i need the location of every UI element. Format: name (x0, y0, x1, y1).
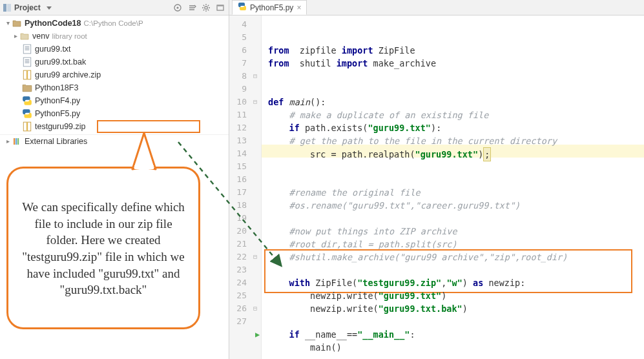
chevron-right-icon[interactable]: ▸ (12, 30, 19, 43)
svg-line-11 (208, 5, 209, 5)
code-editor: PythonF5.py × 45678910111213141516171819… (229, 0, 644, 359)
code-line[interactable]: main() (268, 341, 644, 354)
code-line[interactable]: #root_dir,tail = path.split(src) (268, 238, 644, 251)
collapse-all-button[interactable] (186, 2, 198, 14)
hide-panel-button[interactable] (214, 2, 226, 14)
code-line[interactable]: src = path.realpath("guru99.txt"); (268, 147, 644, 160)
code-line[interactable]: newzip.write("guru99.txt") (268, 289, 644, 302)
tree-item-label: PythonF5.py (35, 107, 80, 120)
code-line[interactable]: if path.exists("guru99.txt"): (268, 121, 644, 134)
editor-code[interactable]: from zipfile import ZipFilefrom shutil i… (262, 15, 644, 359)
code-line[interactable]: ▶ if __name__=="__main__": (268, 328, 644, 341)
tree-item-pythonf5-py[interactable]: PythonF5.py (0, 107, 229, 120)
tree-item-label: Python18F3 (35, 81, 78, 94)
svg-point-3 (176, 6, 178, 8)
svg-rect-29 (17, 138, 19, 145)
python-file-icon (238, 2, 247, 13)
code-line[interactable]: newzip.write("guru99.txt.bak") (268, 302, 644, 315)
svg-rect-1 (7, 4, 11, 12)
tree-item-guru99-archive-zip[interactable]: guru99 archive.zip (0, 68, 229, 81)
code-line[interactable] (268, 315, 644, 328)
tree-item-testguru99-zip[interactable]: testguru99.zip (0, 120, 229, 133)
code-line[interactable]: #os.rename("guru99.txt","career.guru99.t… (268, 199, 644, 212)
close-icon[interactable]: × (296, 3, 301, 12)
zip-file-icon (22, 70, 32, 80)
code-line[interactable] (268, 160, 644, 173)
svg-line-10 (208, 9, 209, 10)
tree-venv[interactable]: ▸ venv library root (0, 30, 229, 43)
tree-venv-name: venv (32, 30, 49, 43)
tree-item-python18f3[interactable]: Python18F3 (0, 81, 229, 94)
tree-item-pythonf4-py[interactable]: PythonF4.py (0, 94, 229, 107)
code-line[interactable]: def main(): (268, 96, 644, 108)
tree-item-label: guru99 archive.zip (35, 68, 101, 81)
txt-file-icon (22, 44, 32, 54)
svg-rect-28 (16, 138, 17, 145)
py-file-icon (22, 108, 32, 119)
editor-tabbar: PythonF5.py × (229, 0, 644, 15)
code-line[interactable]: from zipfile import ZipFile (268, 44, 644, 57)
code-line[interactable] (268, 212, 644, 225)
zip-file-icon (22, 121, 32, 132)
tree-root-name: PythonCode18 (25, 17, 81, 30)
txt-file-icon (22, 57, 32, 67)
project-panel-title: Project (14, 3, 41, 12)
code-line[interactable]: #shutil.make_archive("guru99 archive","z… (268, 251, 644, 263)
svg-line-9 (203, 5, 204, 5)
tree-root-path: C:\Python Code\P (84, 17, 143, 30)
svg-rect-15 (23, 45, 30, 54)
code-line[interactable]: with ZipFile("testguru99.zip","w") as ne… (268, 276, 644, 289)
code-line[interactable] (268, 83, 644, 96)
svg-point-4 (205, 6, 207, 8)
code-line[interactable] (268, 173, 644, 186)
tree-venv-hint: library root (52, 30, 87, 43)
py-file-icon (22, 96, 32, 106)
tree-item-guru99-txt-bak[interactable]: guru99.txt.bak (0, 56, 229, 68)
editor-tab-filename: PythonF5.py (250, 3, 293, 12)
code-line[interactable]: #now put things into ZIP archive (268, 225, 644, 238)
tree-root[interactable]: ▾ PythonCode18 C:\Python Code\P (0, 17, 229, 30)
chevron-right-icon[interactable]: ▸ (4, 135, 12, 148)
svg-rect-26 (26, 122, 28, 131)
tree-item-label: guru99.txt.bak (35, 56, 86, 68)
code-line[interactable]: # get the path to the file in the curren… (268, 134, 644, 147)
tree-item-label: guru99.txt (35, 43, 71, 56)
project-panel: Project ▾ PythonCode18 (0, 0, 229, 359)
tree-item-label: PythonF4.py (35, 94, 80, 107)
library-icon (12, 136, 22, 147)
tree-item-label: testguru99.zip (35, 120, 86, 133)
code-line[interactable]: #rename the original file (268, 186, 644, 199)
folder-icon (12, 18, 22, 28)
gear-icon (202, 3, 211, 12)
chevron-down-icon[interactable]: ▾ (4, 17, 12, 30)
annotation-text: We can specifically define which file to… (20, 199, 187, 298)
svg-rect-27 (14, 138, 15, 145)
code-line[interactable] (268, 263, 644, 276)
code-line[interactable]: from shutil import make_archive (268, 57, 644, 70)
settings-button[interactable] (200, 2, 212, 14)
project-view-icon (3, 3, 12, 12)
annotation-callout: We can specifically define which file to… (6, 167, 200, 329)
tree-external-libraries[interactable]: ▸ External Libraries (0, 134, 229, 147)
run-marker-icon[interactable]: ▶ (255, 328, 260, 341)
svg-rect-0 (3, 4, 6, 12)
editor-gutter[interactable]: 4567891011121314151617181920212223242526… (229, 15, 262, 359)
project-tree[interactable]: ▾ PythonCode18 C:\Python Code\P ▸ venv l… (0, 15, 229, 147)
folder-icon (19, 31, 30, 41)
locate-button[interactable] (172, 2, 183, 14)
editor-tab[interactable]: PythonF5.py × (232, 0, 307, 15)
svg-line-12 (203, 9, 204, 10)
tree-external-libraries-label: External Libraries (25, 135, 87, 148)
code-line[interactable]: # make a duplicate of an existing file (268, 108, 644, 121)
dir-file-icon (22, 83, 32, 93)
code-line[interactable] (268, 70, 644, 83)
tree-item-guru99-txt[interactable]: guru99.txt (0, 43, 229, 56)
svg-rect-24 (26, 70, 28, 79)
project-panel-header: Project (0, 0, 229, 15)
svg-rect-19 (23, 57, 30, 67)
project-dropdown-button[interactable] (43, 2, 55, 14)
